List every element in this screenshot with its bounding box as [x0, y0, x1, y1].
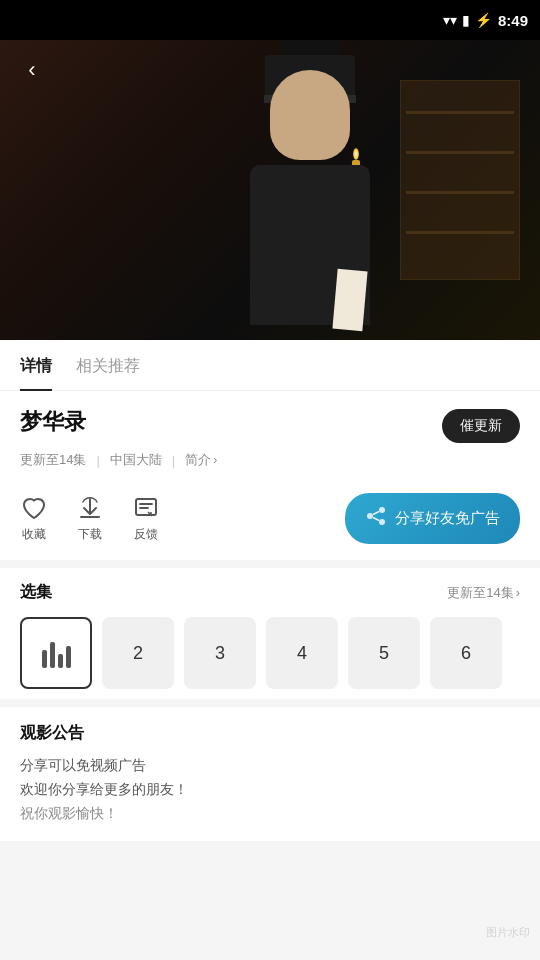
background-shelf — [400, 80, 520, 280]
tab-details[interactable]: 详情 — [20, 356, 52, 391]
episode-item-6[interactable]: 6 — [430, 617, 502, 689]
char-body — [250, 165, 370, 325]
char-collar — [332, 269, 367, 331]
intro-link[interactable]: 简介 › — [185, 451, 217, 469]
notice-title: 观影公告 — [20, 723, 520, 744]
bar-1 — [42, 650, 47, 668]
episode-num-2: 2 — [133, 643, 143, 664]
audio-bars — [42, 638, 71, 668]
bar-2 — [50, 642, 55, 668]
show-meta: 更新至14集 | 中国大陆 | 简介 › — [20, 451, 520, 469]
episode-grid: 2 3 4 5 6 — [20, 617, 520, 689]
tab-related[interactable]: 相关推荐 — [76, 356, 140, 391]
svg-point-1 — [379, 507, 385, 513]
episode-num-3: 3 — [215, 643, 225, 664]
watermark: 图片水印 — [486, 925, 530, 940]
episode-item-2[interactable]: 2 — [102, 617, 174, 689]
meta-divider-2: | — [172, 453, 175, 468]
notice-line-3: 祝你观影愉快！ — [20, 802, 520, 826]
status-time: 8:49 — [498, 12, 528, 29]
heart-icon — [20, 494, 48, 522]
meta-divider-1: | — [96, 453, 99, 468]
battery-icon: ⚡ — [475, 12, 492, 28]
episode-item-1[interactable] — [20, 617, 92, 689]
back-button[interactable]: ‹ — [14, 52, 50, 88]
video-background — [0, 40, 540, 340]
feedback-button[interactable]: 反馈 — [132, 494, 160, 543]
notice-section: 观影公告 分享可以免视频广告 欢迎你分享给更多的朋友！ 祝你观影愉快！ — [0, 699, 540, 841]
content-area: 详情 相关推荐 梦华录 催更新 更新至14集 | 中国大陆 | 简介 › — [0, 340, 540, 841]
svg-point-2 — [367, 513, 373, 519]
notice-line-1: 分享可以免视频广告 — [20, 754, 520, 778]
chevron-right-icon: › — [213, 453, 217, 467]
share-ad-free-button[interactable]: 分享好友免广告 — [345, 493, 520, 544]
episode-num-4: 4 — [297, 643, 307, 664]
char-hat-top — [280, 40, 340, 55]
bar-4 — [66, 646, 71, 668]
update-info: 更新至14集 — [20, 451, 86, 469]
episode-playing-indicator — [42, 638, 71, 668]
wifi-icon: ▾▾ — [443, 12, 457, 28]
action-row: 收藏 下载 反馈 — [0, 481, 540, 560]
intro-label: 简介 — [185, 451, 211, 469]
feedback-icon — [132, 494, 160, 522]
favorite-button[interactable]: 收藏 — [20, 494, 48, 543]
signal-icon: ▮ — [462, 12, 470, 28]
episode-header: 选集 更新至14集 › — [20, 582, 520, 603]
char-head — [270, 70, 350, 160]
request-update-button[interactable]: 催更新 — [442, 409, 520, 443]
download-button[interactable]: 下载 — [76, 494, 104, 543]
episode-item-5[interactable]: 5 — [348, 617, 420, 689]
episode-num-6: 6 — [461, 643, 471, 664]
tab-bar: 详情 相关推荐 — [0, 340, 540, 391]
feedback-label: 反馈 — [134, 526, 158, 543]
download-icon — [76, 494, 104, 522]
favorite-label: 收藏 — [22, 526, 46, 543]
share-ad-label: 分享好友免广告 — [395, 509, 500, 528]
episode-section-title: 选集 — [20, 582, 52, 603]
region-info: 中国大陆 — [110, 451, 162, 469]
back-icon: ‹ — [28, 57, 35, 83]
episode-num-5: 5 — [379, 643, 389, 664]
share-icon — [365, 505, 387, 532]
character-figure — [210, 60, 410, 340]
episode-more-chevron: › — [516, 585, 520, 600]
notice-line-2: 欢迎你分享给更多的朋友！ — [20, 778, 520, 802]
episode-item-4[interactable]: 4 — [266, 617, 338, 689]
show-title-row: 梦华录 催更新 — [20, 407, 520, 443]
show-title: 梦华录 — [20, 407, 86, 437]
episode-section: 选集 更新至14集 › 2 — [0, 560, 540, 699]
episode-item-3[interactable]: 3 — [184, 617, 256, 689]
svg-point-3 — [379, 519, 385, 525]
svg-rect-0 — [136, 499, 156, 515]
status-bar: ▾▾ ▮ ⚡ 8:49 — [0, 0, 540, 40]
download-label: 下载 — [78, 526, 102, 543]
episode-more-label: 更新至14集 — [447, 584, 513, 602]
bar-3 — [58, 654, 63, 668]
show-info: 梦华录 催更新 更新至14集 | 中国大陆 | 简介 › — [0, 391, 540, 481]
notice-content: 分享可以免视频广告 欢迎你分享给更多的朋友！ 祝你观影愉快！ — [20, 754, 520, 825]
episode-more-link[interactable]: 更新至14集 › — [447, 584, 520, 602]
status-icons: ▾▾ ▮ ⚡ — [443, 12, 492, 28]
video-player[interactable]: ‹ — [0, 40, 540, 340]
